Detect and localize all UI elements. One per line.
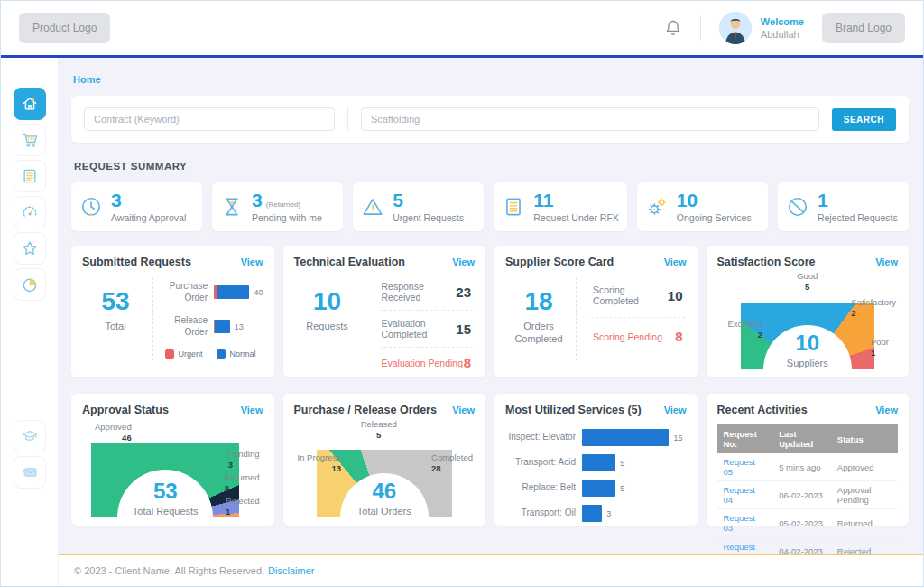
stat-list: Scoring Completed10 Scoring Pending8 [584, 274, 687, 364]
bar-value: 40 [254, 288, 263, 297]
legend-item-normal: Normal [217, 349, 255, 359]
column-header: Status [831, 424, 898, 453]
sidebar-item-training[interactable] [14, 420, 46, 452]
stat-label: Request Under RFX [533, 212, 619, 223]
summary-card-rejected-requests[interactable]: 1 Rejected Requests [778, 182, 909, 231]
satisfaction-score-card: Satisfaction Score View 10Suppliers Exce… [707, 246, 910, 377]
view-link[interactable]: View [664, 405, 687, 415]
card-title: Approval Status [82, 404, 169, 416]
total-label: Requests [294, 320, 361, 332]
table-row: Request 055 mins agoApproved [717, 453, 899, 481]
search-button[interactable]: SEARCH [832, 108, 896, 131]
username-label: Abdullah [761, 29, 804, 40]
legend-item-urgent: Urgent [165, 349, 202, 359]
gauge-label-completed: Completed28 [431, 452, 473, 475]
urgent-swatch [165, 349, 174, 359]
stat-label: Ongoing Services [677, 212, 752, 223]
disclaimer-link[interactable]: Disclaimer [268, 565, 314, 576]
card-title: Purchase / Release Orders [294, 404, 437, 416]
gauge-label-approved: Approved46 [95, 422, 132, 444]
notification-bell-button[interactable] [664, 19, 682, 37]
welcome-label: Welcome [761, 16, 804, 27]
view-link[interactable]: View [875, 405, 898, 415]
approval-status-card: Approval Status View 53Total Requests Ap… [71, 394, 274, 526]
bar-value: 13 [235, 322, 244, 331]
view-link[interactable]: View [452, 256, 475, 267]
breadcrumb[interactable]: Home [73, 74, 101, 85]
view-link[interactable]: View [241, 405, 263, 415]
stacked-bar-chart: Purchase Order 40 Release Order 13 Urgen… [161, 274, 263, 364]
clipboard-icon [21, 167, 39, 185]
sidebar-item-cart[interactable] [14, 124, 46, 156]
request-link[interactable]: Request 02 [717, 537, 773, 554]
stat-row: Scoring Completed10 [591, 274, 685, 318]
sidebar-item-dashboard[interactable] [14, 196, 46, 228]
stat-row: Response Received23 [380, 274, 474, 311]
view-link[interactable]: View [875, 256, 898, 267]
stat-value: 11 [533, 191, 553, 210]
request-link[interactable]: Request 03 [717, 509, 773, 537]
request-link[interactable]: Request 05 [717, 453, 773, 481]
stat-note: (Returned) [266, 200, 300, 209]
summary-card-ongoing-services[interactable]: 10 Ongoing Services [637, 182, 768, 231]
most-utilized-services-card: Most Utilized Services (5) View Inspect:… [494, 394, 698, 526]
stat-row: Evaluation Completed15 [380, 311, 474, 348]
bell-icon [664, 19, 682, 37]
total-label: Total [82, 320, 149, 332]
total-label: Orders Completed [505, 320, 572, 346]
sidebar-nav [1, 58, 59, 586]
stat-label: Awaiting Approval [111, 212, 186, 223]
total-value: 53 [82, 288, 149, 316]
card-title: Satisfaction Score [717, 256, 816, 268]
view-link[interactable]: View [241, 256, 263, 267]
purchase-release-orders-card: Purchase / Release Orders View 46Total O… [283, 394, 486, 526]
user-menu[interactable]: Welcome Abdullah [719, 12, 804, 44]
column-header: Last Updated [772, 424, 831, 453]
search-divider [347, 107, 348, 131]
clock-icon [79, 195, 103, 219]
gauge-center-value: 46 [317, 480, 452, 503]
brand-logo-button[interactable]: Brand Logo [822, 13, 905, 43]
copyright-text: © 2023 - Client Name, All Rights Reserve… [74, 565, 264, 576]
summary-card-urgent-requests[interactable]: 5 Urgent Requests [353, 182, 484, 231]
rejected-icon [786, 195, 809, 219]
stat-value: 1 [818, 191, 828, 210]
hourglass-icon [220, 195, 244, 219]
app-header: Product Logo Welcome Abdullah Brand Logo [1, 1, 923, 55]
request-link[interactable]: Request 04 [717, 481, 773, 509]
view-link[interactable]: View [664, 256, 687, 267]
sidebar-item-home[interactable] [14, 88, 46, 120]
sidebar-item-favorites[interactable] [14, 232, 46, 265]
sidebar-item-documents[interactable] [14, 160, 46, 192]
request-summary-title: REQUEST SUMMARY [74, 161, 909, 172]
approval-gauge: 53Total Requests Approved46 Pending3 Ret… [82, 422, 263, 519]
user-avatar-icon [719, 12, 752, 44]
services-bar-chart: Inspect: Elevator15 Transport: Acid5 Rep… [505, 416, 687, 522]
total-value: 10 [294, 288, 361, 316]
stat-value: 3 [252, 191, 263, 210]
avatar [719, 12, 752, 44]
sidebar-item-messages[interactable] [14, 456, 46, 489]
summary-card-awaiting-approval[interactable]: 3 Awaiting Approval [71, 182, 202, 231]
category-input[interactable] [361, 107, 819, 131]
stat-value: 3 [111, 191, 122, 210]
column-header: Request No. [717, 424, 773, 453]
card-title: Most Utilized Services (5) [505, 404, 642, 416]
search-panel: SEARCH [71, 96, 909, 143]
sidebar-item-reports[interactable] [14, 268, 46, 301]
summary-cards-row: 3 Awaiting Approval 3(Returned) Pending … [71, 182, 909, 231]
view-link[interactable]: View [452, 405, 475, 415]
recent-activities-card: Recent Activities View Request No. Last … [707, 394, 910, 526]
technical-evaluation-card: Technical Evaluation View 10 Requests Re… [283, 246, 486, 377]
summary-card-request-under-rfx[interactable]: 11 Request Under RFX [494, 182, 627, 231]
home-icon [21, 95, 39, 113]
card-title: Supplier Score Card [505, 256, 614, 268]
warning-icon [361, 195, 384, 219]
charts-row-1: Submitted Requests View 53 Total Purchas… [71, 246, 909, 377]
contract-keyword-input[interactable] [84, 107, 335, 131]
bar-row: Inspect: Elevator15 [505, 429, 683, 446]
summary-card-pending-with-me[interactable]: 3(Returned) Pending with me [212, 182, 343, 231]
recent-activities-table: Request No. Last Updated Status Request … [717, 424, 899, 554]
product-logo-button[interactable]: Product Logo [19, 13, 110, 43]
bar-row: Transport: Acid5 [505, 454, 683, 471]
